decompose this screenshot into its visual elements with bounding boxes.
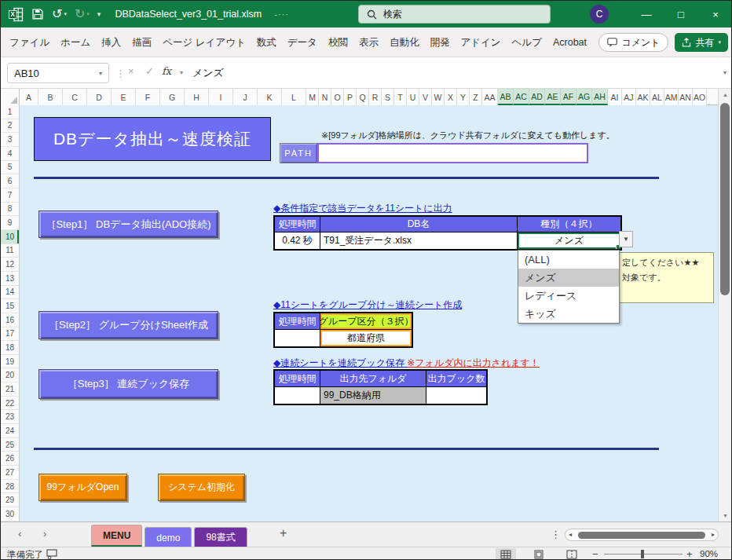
ribbon-tab-13[interactable]: ヘルプ — [507, 36, 547, 49]
ribbon-tab-8[interactable]: 校閲 — [323, 36, 353, 49]
column-header-I[interactable]: I — [209, 89, 233, 105]
zoom-out-icon[interactable]: − — [592, 548, 598, 560]
ribbon-tab-12[interactable]: アドイン — [455, 36, 506, 49]
dropdown-arrow-button[interactable]: ▼ — [619, 231, 633, 247]
close-button[interactable]: × — [698, 1, 732, 27]
vertical-scrollbar[interactable]: ▴ ▾ — [718, 89, 731, 522]
ribbon-tab-4[interactable]: 描画 — [126, 36, 157, 49]
excel-app-icon[interactable]: X — [9, 7, 24, 22]
ribbon-tab-9[interactable]: 表示 — [353, 36, 384, 49]
dropdown-item-kids[interactable]: キッズ — [518, 305, 619, 323]
column-header-X[interactable]: X — [445, 89, 457, 105]
scroll-down-icon[interactable]: ▾ — [719, 510, 732, 522]
dropdown-item-ladies[interactable]: レディース — [518, 287, 619, 305]
ribbon-tab-14[interactable]: Acrobat — [547, 37, 592, 48]
search-box[interactable]: 検索 — [358, 5, 551, 24]
name-box[interactable]: AB10 ▾ — [7, 63, 109, 83]
page-layout-view-icon[interactable] — [529, 548, 549, 560]
column-header-M[interactable]: M — [306, 89, 319, 105]
row-header-13[interactable]: 13 — [1, 272, 19, 286]
row-header-18[interactable]: 18 — [1, 341, 19, 355]
column-header-AL[interactable]: AL — [650, 89, 664, 105]
zoom-slider-thumb[interactable] — [641, 550, 644, 558]
row-header-17[interactable]: 17 — [1, 328, 19, 342]
column-header-Y[interactable]: Y — [457, 89, 470, 105]
insert-function-icon[interactable]: fx — [162, 65, 171, 77]
column-header-W[interactable]: W — [432, 89, 445, 105]
row-header-4[interactable]: 4 — [1, 147, 19, 161]
tabbar-overflow-icon[interactable]: ⋮ — [551, 529, 561, 540]
column-header-H[interactable]: H — [185, 89, 209, 105]
ribbon-tab-10[interactable]: 自動化 — [384, 36, 425, 49]
row-header-8[interactable]: 8 — [1, 203, 19, 217]
step2-cell-group[interactable]: 都道府県 — [320, 330, 412, 346]
horizontal-scrollbar[interactable]: ◂ ▸ — [565, 529, 719, 541]
column-header-AC[interactable]: AC — [514, 89, 529, 105]
row-header-23[interactable]: 23 — [1, 410, 19, 424]
row-header-19[interactable]: 19 — [1, 355, 19, 369]
row-header-30[interactable]: 30 — [1, 507, 19, 522]
column-header-R[interactable]: R — [369, 89, 382, 105]
row-header-12[interactable]: 12 — [1, 258, 19, 272]
undo-icon[interactable]: ↺▾ — [52, 8, 67, 20]
ribbon-tab-3[interactable]: 挿入 — [96, 36, 126, 49]
scroll-left-icon[interactable]: ◂ — [569, 531, 572, 538]
column-header-K[interactable]: K — [258, 89, 282, 105]
enter-icon[interactable]: ✓ — [145, 65, 154, 77]
customize-quick-access-icon[interactable]: ▾ — [97, 10, 101, 18]
row-header-27[interactable]: 27 — [1, 466, 19, 480]
column-header-D[interactable]: D — [87, 89, 112, 105]
column-header-AA[interactable]: AA — [482, 89, 498, 105]
row-header-9[interactable]: 9 — [1, 216, 19, 230]
column-header-B[interactable]: B — [38, 89, 63, 105]
ribbon-tab-1[interactable]: ファイル — [4, 36, 55, 49]
column-header-AH[interactable]: AH — [592, 89, 608, 105]
column-header-O[interactable]: O — [331, 89, 344, 105]
row-header-28[interactable]: 28 — [1, 480, 19, 494]
scroll-up-icon[interactable]: ▴ — [719, 89, 732, 101]
column-header-G[interactable]: G — [160, 89, 185, 105]
sheet-tab-menu[interactable]: MENU — [91, 525, 142, 547]
ribbon-tab-7[interactable]: データ — [282, 36, 323, 49]
comment-button[interactable]: コメント — [598, 33, 668, 52]
avatar[interactable]: C — [590, 5, 609, 24]
column-header-AK[interactable]: AK — [636, 89, 650, 105]
path-input[interactable] — [317, 143, 588, 163]
ribbon-tab-6[interactable]: 数式 — [251, 36, 282, 49]
row-header-7[interactable]: 7 — [1, 188, 19, 203]
column-header-P[interactable]: P — [344, 89, 357, 105]
column-header-AE[interactable]: AE — [545, 89, 561, 105]
row-header-5[interactable]: 5 — [1, 161, 19, 175]
macro-record-icon[interactable] — [46, 549, 57, 560]
sheet-tab-demo[interactable]: demo — [145, 527, 192, 547]
step1-cell-type-selected[interactable]: メンズ — [518, 232, 620, 249]
ribbon-tab-11[interactable]: 開発 — [424, 36, 455, 49]
step2-button[interactable]: ［Step2］ グループ分けSheet作成 — [38, 311, 218, 339]
column-header-E[interactable]: E — [112, 89, 136, 105]
row-header-1[interactable]: 1 — [1, 105, 19, 119]
select-all-corner[interactable] — [1, 89, 20, 105]
step3-button[interactable]: ［Step3］ 連続ブック保存 — [38, 369, 218, 399]
row-header-22[interactable]: 22 — [1, 397, 19, 411]
row-header-20[interactable]: 20 — [1, 368, 19, 382]
zoom-in-icon[interactable]: + — [686, 548, 693, 560]
column-header-AB[interactable]: AB — [498, 89, 514, 105]
row-header-15[interactable]: 15 — [1, 299, 19, 313]
column-header-V[interactable]: V — [419, 89, 432, 105]
row-header-6[interactable]: 6 — [1, 174, 19, 188]
formula-bar-expand-icon[interactable]: ▾ — [723, 69, 727, 76]
horizontal-scroll-thumb[interactable] — [578, 532, 705, 539]
column-header-AM[interactable]: AM — [664, 89, 679, 105]
dropdown-item-mens[interactable]: メンズ — [518, 269, 619, 287]
step1-button[interactable]: ［Step1］ DBデータ抽出(ADO接続) — [38, 210, 218, 238]
column-header-Q[interactable]: Q — [357, 89, 369, 105]
page-break-view-icon[interactable] — [562, 548, 582, 560]
column-header-L[interactable]: L — [282, 89, 306, 105]
sheet-tab-98format[interactable]: 98書式 — [194, 527, 247, 547]
dropdown-item-all[interactable]: (ALL) — [518, 251, 619, 269]
zoom-level[interactable]: 90% — [700, 549, 718, 558]
column-header-U[interactable]: U — [407, 89, 419, 105]
ribbon-tab-2[interactable]: ホーム — [55, 36, 96, 49]
cancel-icon[interactable]: × — [128, 65, 134, 77]
column-header-AG[interactable]: AG — [576, 89, 592, 105]
